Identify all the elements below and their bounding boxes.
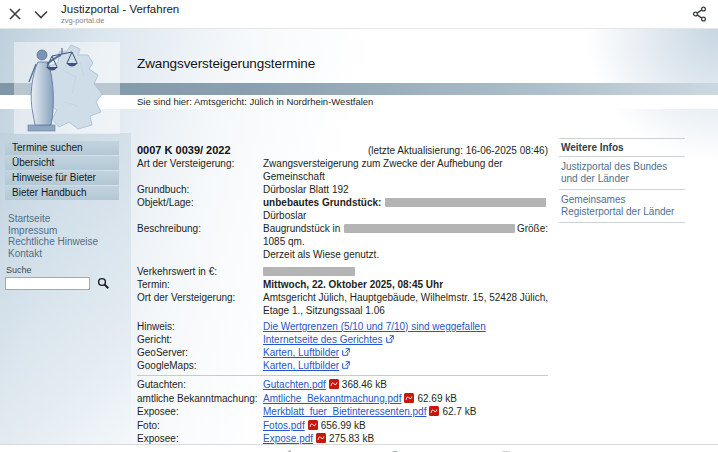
field-label: GoogleMaps: [137,359,263,372]
field-label: Foto: [137,419,263,433]
field-value: Internetseite des Gerichtes [263,333,548,346]
case-details: 0007 K 0039/ 2022 (letzte Aktualisierung… [137,144,548,446]
file-link[interactable]: Merkblatt_fuer_Bietinteressenten.pdf [263,406,426,417]
more-infos-panel: Weitere Infos Justizportal des Bundes un… [559,138,685,223]
left-sidebar: Termine suchenÜbersichtHinweise für Biet… [0,133,131,444]
sidebar-link-rechtliche-hinweise[interactable]: Rechtliche Hinweise [8,236,131,248]
field-label: Beschreibung: [137,222,263,261]
field-label: Verkehrswert in €: [137,265,263,278]
field-value: Karten, Luftbilder [263,359,548,372]
value-text: Dürboslar Blatt 192 [263,184,349,195]
file-link[interactable]: Amtliche_Bekanntmachung.pdf [263,393,401,404]
link[interactable]: Karten, Luftbilder [263,360,339,371]
close-icon[interactable] [9,8,21,20]
value-text-bold: Mittwoch, 22. Oktober 2025, 08:45 Uhr [263,279,443,290]
field-value: Zwangsversteigerung zum Zwecke der Aufhe… [263,157,548,183]
value-text-bold: unbebautes Grundstück: [263,196,381,209]
detail-row: Hinweis:Die Wertgrenzen (5/10 und 7/10) … [137,320,548,333]
field-value [263,265,548,278]
field-value: Die Wertgrenzen (5/10 und 7/10) sind weg… [263,320,548,333]
more-info-link-gemeinsames-registerportal-der-länder[interactable]: Gemeinsames Registerportal der Länder [559,189,685,222]
field-label: Hinweis: [137,320,263,333]
value-text: Derzeit als Wiese genutzt. [263,249,379,260]
last-updated: (letzte Aktualisierung: 16-06-2025 08:46… [368,144,548,157]
file-link[interactable]: Expose.pdf [263,433,313,444]
link[interactable]: Internetseite des Gerichtes [263,334,383,345]
sidebar-item-hinweise-für-bieter[interactable]: Hinweise für Bieter [5,171,119,185]
field-label: Grundbuch: [137,183,263,196]
external-link-icon [342,361,350,369]
file-row: Foto:Fotos.pdf656.99 kB [137,419,548,433]
detail-row: Verkehrswert in €: [137,265,548,278]
search-input[interactable] [5,277,90,290]
file-size: 62.69 kB [417,393,456,404]
value-text: 1085 qm. [263,236,305,247]
field-value: Baugrundstück inGröße:1085 qm.Derzeit al… [263,222,548,261]
home-icon[interactable] [389,448,401,452]
justitia-figure [31,62,53,125]
detail-row: GeoServer:Karten, Luftbilder [137,346,548,359]
recents-icon[interactable] [500,448,512,452]
value-text: Dürboslar [263,210,306,221]
value-text: Größe: [517,222,548,235]
field-value: Karten, Luftbilder [263,346,548,359]
sidebar-link-impressum[interactable]: Impressum [8,225,131,237]
value-text: Etage 1., Sitzungssaal 1.06 [263,305,385,316]
redacted-value [344,224,515,233]
sidebar-item-termine-suchen[interactable]: Termine suchen [5,141,119,155]
file-size: 62.7 kB [442,406,476,417]
sidebar-link-startseite[interactable]: Startseite [8,213,131,225]
field-label: Ort der Versteigerung: [137,291,263,317]
android-nav-bar [0,444,718,452]
breadcrumb: Sie sind hier: Amtsgericht: Jülich in No… [137,95,373,109]
value-text: Zwangsversteigerung zum Zwecke der Aufhe… [263,158,503,169]
app-bar: Justizportal - Verfahren zvg-portal.de [0,0,718,29]
search-label: Suche [6,265,131,275]
detail-row: Beschreibung:Baugrundstück inGröße:1085 … [137,222,548,261]
file-size: 656.99 kB [321,420,366,431]
app-subtitle: zvg-portal.de [61,16,179,25]
justitia-logo [14,42,120,134]
search-icon[interactable] [97,277,110,290]
app-bar-titles: Justizportal - Verfahren zvg-portal.de [61,3,179,25]
sidebar-item-bieter-handbuch[interactable]: Bieter Handbuch [5,186,119,200]
pdf-icon [429,406,439,416]
detail-row: Gericht:Internetseite des Gerichtes [137,333,548,346]
sidebar-item-übersicht[interactable]: Übersicht [5,156,119,170]
value-text: Amtsgericht Jülich, Hauptgebäude, Wilhel… [263,292,548,303]
more-info-link-justizportal-des-bundes-und-der-länder[interactable]: Justizportal des Bundes und der Länder [559,156,685,189]
field-value: Mittwoch, 22. Oktober 2025, 08:45 Uhr [263,278,548,291]
file-size: 275.83 kB [329,433,374,444]
file-row: Exposee:Merkblatt_fuer_Bietinteressenten… [137,405,548,419]
more-infos-title: Weitere Infos [559,138,685,156]
detail-row: Art der Versteigerung:Zwangsversteigerun… [137,157,548,183]
field-label: GeoServer: [137,346,263,359]
field-label: Termin: [137,278,263,291]
back-icon[interactable] [281,448,293,452]
external-link-icon [342,348,350,356]
link[interactable]: Die Wertgrenzen (5/10 und 7/10) sind weg… [263,321,486,332]
field-label: Objekt/Lage: [137,196,263,222]
file-size: 368.46 kB [342,379,387,390]
field-label: Gutachten: [137,378,263,392]
page: Sie sind hier: Amtsgericht: Jülich in No… [0,29,718,444]
app-title: Justizportal - Verfahren [61,3,179,16]
chevron-down-icon[interactable] [34,10,48,19]
file-link[interactable]: Gutachten.pdf [263,379,326,390]
detail-row: GoogleMaps:Karten, Luftbilder [137,359,548,372]
field-label: Exposee: [137,405,263,419]
case-number: 0007 K 0039/ 2022 [137,144,231,157]
redacted-value [263,267,355,276]
file-link[interactable]: Fotos.pdf [263,420,305,431]
detail-row: Objekt/Lage:unbebautes Grundstück:Dürbos… [137,196,548,222]
share-icon[interactable] [692,6,708,22]
value-text: Baugrundstück in [263,222,340,235]
detail-row: Ort der Versteigerung:Amtsgericht Jülich… [137,291,548,317]
link[interactable]: Karten, Luftbilder [263,347,339,358]
value-text: Gemeinschaft [263,171,325,182]
field-value: Dürboslar Blatt 192 [263,183,548,196]
sidebar-link-kontakt[interactable]: Kontakt [8,248,131,260]
pdf-icon [404,393,414,403]
page-title: Zwangsversteigerungstermine [137,56,315,71]
pdf-icon [316,433,326,443]
